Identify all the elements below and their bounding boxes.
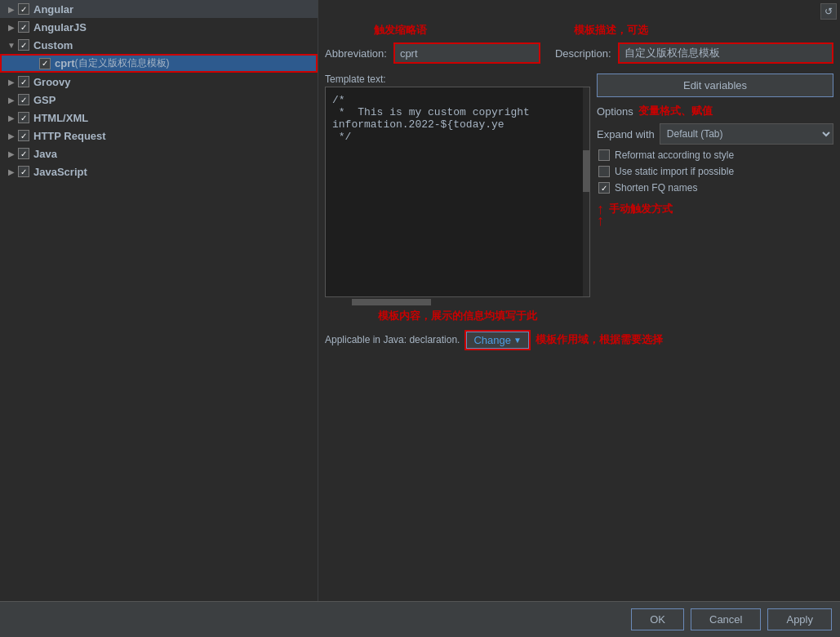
scroll-thumb-vertical[interactable] bbox=[583, 150, 589, 192]
tree-label-angularjs: AngularJS bbox=[33, 21, 87, 33]
checkbox-http-request[interactable] bbox=[18, 130, 29, 141]
expand-icon-groovy: ▶ bbox=[5, 75, 18, 88]
tree-sublabel-cprt: (自定义版权信息模板) bbox=[75, 56, 170, 70]
applicable-row: Applicable in Java: declaration. Change … bbox=[318, 328, 840, 352]
expand-icon-angularjs: ▶ bbox=[5, 20, 18, 33]
tree-label-java: Java bbox=[33, 148, 57, 160]
tree-item-javascript[interactable]: ▶ JavaScript bbox=[0, 163, 318, 180]
change-chevron-icon: ▼ bbox=[513, 336, 522, 345]
reformat-row: Reformat according to style bbox=[597, 149, 833, 161]
expand-icon-javascript: ▶ bbox=[5, 165, 18, 178]
options-label: Options bbox=[597, 105, 633, 118]
edit-variables-button[interactable]: Edit variables bbox=[597, 74, 833, 97]
spacer bbox=[318, 352, 840, 602]
expand-icon-html-xml: ▶ bbox=[5, 111, 18, 124]
expand-icon-java: ▶ bbox=[5, 147, 18, 160]
template-left: Template text: /* * This is my custom co… bbox=[325, 74, 590, 323]
tree-label-groovy: Groovy bbox=[33, 76, 71, 88]
top-right-icons: ↺ bbox=[817, 0, 840, 23]
tree-item-html-xml[interactable]: ▶ HTML/XML bbox=[0, 109, 318, 127]
tree-label-javascript: JavaScript bbox=[33, 166, 87, 178]
tree-label-angular: Angular bbox=[33, 3, 73, 16]
description-label: Description: bbox=[555, 47, 611, 60]
expand-icon-angular: ▶ bbox=[5, 2, 18, 16]
checkbox-html-xml[interactable] bbox=[18, 112, 29, 123]
reset-icon[interactable]: ↺ bbox=[820, 3, 837, 20]
expand-with-select[interactable]: Default (Tab) Tab Enter Space bbox=[660, 123, 833, 145]
abbreviation-input[interactable] bbox=[393, 42, 540, 64]
annotation-description: 模板描述，可选 bbox=[574, 23, 648, 38]
expand-icon-custom: ▼ bbox=[5, 38, 18, 51]
right-panel: ↺ 触发缩略语 模板描述，可选 Abbreviation: Descriptio… bbox=[318, 0, 840, 601]
checkbox-groovy[interactable] bbox=[18, 76, 29, 87]
tree-item-cprt[interactable]: ▶ cprt (自定义版权信息模板) bbox=[0, 54, 318, 73]
tree-item-java[interactable]: ▶ Java bbox=[0, 145, 318, 163]
checkbox-cprt[interactable] bbox=[39, 58, 51, 69]
tree-label-html-xml: HTML/XML bbox=[33, 112, 88, 124]
reformat-label: Reformat according to style bbox=[615, 149, 734, 161]
shorten-row: Shorten FQ names bbox=[597, 182, 833, 194]
tree-item-custom[interactable]: ▼ Custom bbox=[0, 36, 318, 54]
expand-with-label: Expand with bbox=[597, 128, 655, 140]
tree-label-cprt: cprt bbox=[55, 57, 75, 69]
shorten-label: Shorten FQ names bbox=[615, 182, 697, 194]
static-import-checkbox[interactable] bbox=[598, 166, 610, 177]
checkbox-custom[interactable] bbox=[18, 39, 29, 51]
template-section: Template text: /* * This is my custom co… bbox=[318, 69, 840, 328]
static-import-label: Use static import if possible bbox=[615, 166, 734, 177]
annotation-abbreviation: 触发缩略语 bbox=[374, 23, 427, 38]
annotation-scope: 模板作用域，根据需要选择 bbox=[536, 332, 663, 347]
abbreviation-label: Abbreviation: bbox=[325, 47, 387, 60]
expand-with-row: Expand with Default (Tab) Tab Enter Spac… bbox=[597, 123, 833, 145]
change-button[interactable]: Change ▼ bbox=[466, 332, 528, 349]
template-right: Edit variables Options 变量格式、赋值 Expand wi… bbox=[597, 74, 833, 323]
tree-item-angular[interactable]: ▶ Angular bbox=[0, 0, 318, 18]
tree-label-gsp: GSP bbox=[33, 94, 56, 106]
scroll-bar-horizontal[interactable] bbox=[325, 299, 590, 305]
checkbox-java[interactable] bbox=[18, 148, 29, 159]
bottom-bar: OK Cancel Apply bbox=[0, 601, 840, 637]
change-label: Change bbox=[473, 334, 511, 346]
cancel-button[interactable]: Cancel bbox=[691, 608, 761, 630]
options-section: Options 变量格式、赋值 Expand with Default (Tab… bbox=[597, 104, 833, 228]
options-row: Options 变量格式、赋值 bbox=[597, 104, 833, 118]
template-textarea[interactable]: /* * This is my custom copyright informa… bbox=[326, 87, 589, 296]
checkbox-angular[interactable] bbox=[18, 3, 29, 15]
template-tree[interactable]: ▶ Angular ▶ AngularJS ▼ Custom ▶ cprt (自… bbox=[0, 0, 318, 601]
checkbox-angularjs[interactable] bbox=[18, 21, 29, 33]
checkbox-javascript[interactable] bbox=[18, 166, 29, 177]
expand-icon-http-request: ▶ bbox=[5, 129, 18, 142]
annotation-variables: 变量格式、赋值 bbox=[638, 104, 713, 118]
shorten-checkbox[interactable] bbox=[598, 182, 610, 194]
scroll-thumb-horizontal[interactable] bbox=[352, 299, 432, 305]
applicable-text: Applicable in Java: declaration. bbox=[325, 334, 460, 345]
field-row: Abbreviation: Description: bbox=[318, 38, 840, 69]
reformat-checkbox[interactable] bbox=[598, 149, 610, 161]
tree-item-groovy[interactable]: ▶ Groovy bbox=[0, 73, 318, 91]
expand-icon-gsp: ▶ bbox=[5, 93, 18, 106]
tree-item-http-request[interactable]: ▶ HTTP Request bbox=[0, 127, 318, 145]
tree-item-angularjs[interactable]: ▶ AngularJS bbox=[0, 18, 318, 36]
template-textarea-wrapper: /* * This is my custom copyright informa… bbox=[325, 87, 590, 297]
apply-button[interactable]: Apply bbox=[767, 608, 832, 630]
scroll-bar-vertical[interactable] bbox=[583, 87, 589, 296]
annotation-template-content: 模板内容，展示的信息均填写于此 bbox=[378, 310, 537, 322]
annotation-manual-trigger: 手动触发方式 bbox=[609, 202, 673, 216]
description-input[interactable] bbox=[618, 42, 833, 64]
static-import-row: Use static import if possible bbox=[597, 166, 833, 177]
tree-label-http-request: HTTP Request bbox=[33, 130, 106, 142]
template-text-label: Template text: bbox=[325, 74, 590, 85]
ok-button[interactable]: OK bbox=[631, 608, 684, 630]
tree-item-gsp[interactable]: ▶ GSP bbox=[0, 91, 318, 109]
tree-label-custom: Custom bbox=[33, 39, 73, 51]
checkbox-gsp[interactable] bbox=[18, 94, 29, 105]
